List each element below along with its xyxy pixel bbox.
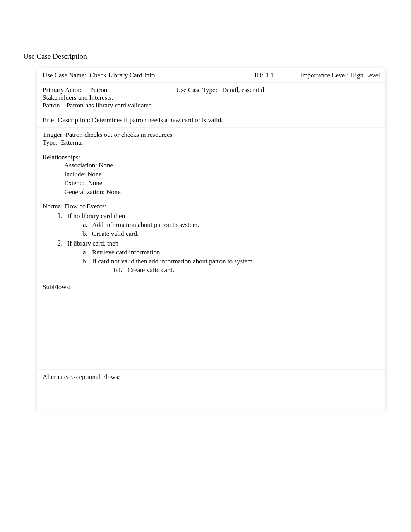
relationship-key: Include: bbox=[64, 170, 87, 179]
relationship-key: Association: bbox=[64, 161, 99, 170]
relationship-value: None bbox=[106, 188, 121, 197]
brief-description-label: Brief Description: bbox=[43, 116, 92, 124]
row-subflows: SubFlows: bbox=[37, 280, 385, 369]
relationship-value: None bbox=[87, 170, 102, 179]
flow-substep: Add information about patron to system. bbox=[89, 221, 380, 229]
flow-substep: Create valid card. bbox=[89, 230, 380, 238]
flow-substep: If card not valid then add information a… bbox=[89, 257, 380, 274]
trigger-value: Patron checks out or checks in resources… bbox=[65, 131, 174, 139]
flow-step: If library card, then Retrieve card info… bbox=[64, 239, 380, 274]
relationships-label: Relationships: bbox=[43, 153, 380, 161]
subflows-label: SubFlows: bbox=[43, 283, 380, 291]
flow-subsubstep-text: Create valid card. bbox=[128, 266, 174, 274]
trigger-label: Trigger: bbox=[43, 131, 65, 139]
flow-substep-text: Add information about patron to system. bbox=[92, 221, 199, 228]
stakeholders-line: Patron – Patron has library card validat… bbox=[43, 102, 380, 109]
relationship-value: None bbox=[88, 179, 102, 188]
relationship-item: Extend: None bbox=[64, 179, 380, 188]
card-bottom-fade bbox=[37, 409, 385, 413]
row-trigger-type: Trigger: Patron checks out or checks in … bbox=[37, 128, 385, 150]
page-title: Use Case Description bbox=[23, 52, 389, 61]
relationship-item: Generalization: None bbox=[64, 188, 380, 197]
flow-substep-text: If card not valid then add information a… bbox=[92, 257, 254, 265]
row-brief-description: Brief Description: Determines if patron … bbox=[37, 113, 385, 127]
flow-subsubstep: b.i. Create valid card. bbox=[92, 266, 380, 274]
use-case-name-label: Use Case Name: bbox=[43, 72, 90, 79]
row-actor-type-stakeholders: Primary Actor: Patron Use Case Type: Det… bbox=[37, 83, 385, 113]
brief-description-value: Determines if patron needs a new card or… bbox=[92, 116, 223, 124]
relationship-item: Include: None bbox=[64, 170, 380, 179]
flow-substep-text: Create valid card. bbox=[92, 230, 139, 237]
row-name-id-importance: Use Case Name: Check Library Card Info I… bbox=[37, 68, 385, 82]
use-case-name-value: Check Library Card Info bbox=[90, 72, 155, 79]
use-case-type-label: Use Case Type: bbox=[176, 86, 222, 94]
flow-step: If no library card then Add information … bbox=[64, 212, 380, 238]
type-sublabel: Type: bbox=[43, 139, 61, 147]
type-subvalue: External bbox=[61, 139, 83, 147]
stakeholders-label: Stakeholders and Interests: bbox=[43, 94, 380, 102]
id-label: ID: bbox=[255, 72, 266, 79]
row-alternate-flows: Alternate/Exceptional Flows: bbox=[37, 370, 385, 409]
row-normal-flow: Normal Flow of Events: If no library car… bbox=[37, 200, 385, 280]
importance-value: High Level bbox=[350, 72, 380, 79]
use-case-type-value: Detail, essential bbox=[222, 86, 264, 94]
primary-actor-label: Primary Actor: bbox=[43, 86, 90, 94]
relationship-key: Extend: bbox=[64, 179, 88, 188]
relationship-key: Generalization: bbox=[64, 188, 106, 197]
row-relationships: Relationships: Association: None Include… bbox=[37, 150, 385, 200]
flow-step-text: If no library card then bbox=[67, 212, 125, 220]
flow-substep-text: Retrieve card information. bbox=[92, 249, 162, 256]
primary-actor-value: Patron bbox=[90, 86, 107, 94]
relationship-value: None bbox=[99, 161, 113, 170]
importance-label: Importance Level: bbox=[300, 72, 350, 79]
alternate-flows-label: Alternate/Exceptional Flows: bbox=[43, 373, 380, 381]
id-value: 1.1 bbox=[265, 72, 300, 79]
flow-step-text: If library card, then bbox=[67, 240, 118, 247]
relationship-item: Association: None bbox=[64, 161, 380, 170]
flow-substep: Retrieve card information. bbox=[89, 249, 380, 256]
use-case-card: Use Case Name: Check Library Card Info I… bbox=[37, 68, 385, 413]
normal-flow-label: Normal Flow of Events: bbox=[43, 203, 380, 210]
flow-subsubstep-marker: b.i. bbox=[114, 266, 126, 274]
